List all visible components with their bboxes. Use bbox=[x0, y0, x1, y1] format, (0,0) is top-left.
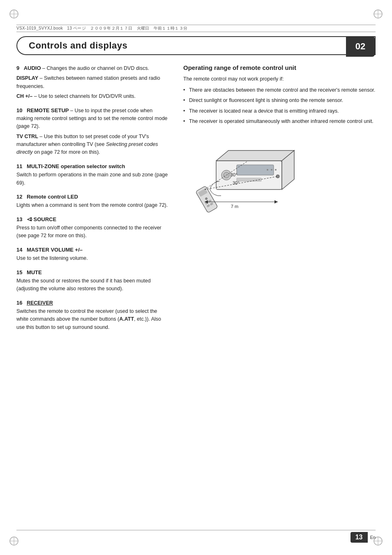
corner-mark-tl bbox=[8, 8, 20, 20]
entry-14-body: Use to set the listening volume. bbox=[16, 254, 168, 262]
header-area: VSX-1019_SVYXJ.book 13 ページ ２００９年２月１７日 火曜… bbox=[16, 25, 376, 32]
svg-marker-13 bbox=[216, 150, 294, 161]
entry-11: 11 MULTI-ZONE operation selector switch … bbox=[16, 162, 168, 187]
entry-15-body: Mutes the sound or restores the sound if… bbox=[16, 277, 168, 293]
entry-10-title: REMOTE SETUP bbox=[27, 107, 69, 113]
entry-15-title: MUTE bbox=[27, 269, 42, 275]
entry-16-header: 16 RECEIVER bbox=[16, 299, 168, 307]
entry-13-body: Press to turn on/off other components co… bbox=[16, 224, 168, 240]
right-column: Operating range of remote control unit T… bbox=[183, 64, 376, 337]
entry-9: 9 AUDIO – Changes the audio or channel o… bbox=[16, 64, 168, 101]
receiver-shape bbox=[216, 150, 294, 190]
entry-10-sub1: TV CTRL – Use this button to set preset … bbox=[16, 133, 168, 157]
page-lang: En bbox=[370, 535, 376, 540]
content-area: 9 AUDIO – Changes the audio or channel o… bbox=[16, 64, 376, 522]
file-info: VSX-1019_SVYXJ.book 13 ページ ２００９年２月１７日 火曜… bbox=[16, 25, 187, 31]
ch-label: CH +/– bbox=[16, 93, 32, 99]
entry-16-num: 16 bbox=[16, 300, 22, 306]
entry-10-header: 10 REMOTE SETUP – Use to input the prese… bbox=[16, 106, 168, 131]
distance-label: 7 m bbox=[231, 204, 238, 209]
svg-point-18 bbox=[275, 169, 277, 171]
entry-13-num: 13 bbox=[16, 216, 22, 222]
entry-12: 12 Remote control LED Lights when a comm… bbox=[16, 193, 168, 210]
entry-16-title: RECEIVER bbox=[27, 300, 53, 306]
entry-11-body: Switch to perform operations in the main… bbox=[16, 171, 168, 187]
tvctr-label: TV CTRL bbox=[16, 134, 38, 139]
angle2-label: 30° bbox=[233, 180, 240, 185]
entry-11-num: 11 bbox=[16, 163, 22, 169]
aatt-label: A.ATT bbox=[119, 316, 134, 322]
bullet-list: There are obstacles between the remote c… bbox=[183, 86, 376, 126]
chapter-bar: Controls and displays 02 bbox=[16, 36, 376, 55]
bullet-4: The receiver is operated simultaneously … bbox=[183, 118, 376, 125]
entry-15: 15 MUTE Mutes the sound or restores the … bbox=[16, 268, 168, 293]
section-intro: The remote control may not work properly… bbox=[183, 75, 376, 83]
chapter-number: 02 bbox=[346, 36, 375, 57]
svg-point-19 bbox=[271, 169, 272, 171]
display-label: DISPLAY bbox=[16, 75, 38, 81]
italic-text: Selecting preset codes directly bbox=[16, 141, 158, 155]
entry-9-sub2: CH +/– – Use to select channels for DVD/… bbox=[16, 92, 168, 100]
two-column-layout: 9 AUDIO – Changes the audio or channel o… bbox=[16, 64, 376, 337]
entry-16: 16 RECEIVER Switches the remote to contr… bbox=[16, 299, 168, 332]
entry-9-num: 9 bbox=[16, 65, 19, 71]
bullet-2: Direct sunlight or fluorescent light is … bbox=[183, 97, 376, 104]
section-heading: Operating range of remote control unit bbox=[183, 64, 376, 72]
diagram-svg: 30° 30° 7 m bbox=[183, 132, 315, 222]
svg-point-20 bbox=[267, 169, 268, 171]
entry-12-num: 12 bbox=[16, 194, 22, 200]
entry-13-header: 13 ⏿ SOURCE bbox=[16, 215, 168, 224]
bottom-border-line bbox=[16, 530, 376, 530]
entry-9-header: 9 AUDIO – Changes the audio or channel o… bbox=[16, 64, 168, 72]
entry-9-title: AUDIO bbox=[24, 65, 41, 71]
page-number-bar: 13 En bbox=[350, 532, 376, 543]
remote-shape bbox=[196, 186, 218, 213]
corner-mark-bl bbox=[8, 535, 20, 547]
angle1-label: 30° bbox=[231, 172, 238, 177]
entry-12-title: Remote control LED bbox=[27, 194, 78, 200]
entry-12-body: Lights when a command is sent from the r… bbox=[16, 201, 168, 209]
entry-14-title: MASTER VOLUME +/– bbox=[27, 247, 83, 253]
entry-11-title: MULTI-ZONE operation selector switch bbox=[27, 163, 125, 169]
entry-15-num: 15 bbox=[16, 269, 22, 275]
entry-13-title: ⏿ SOURCE bbox=[27, 216, 56, 222]
entry-13: 13 ⏿ SOURCE Press to turn on/off other c… bbox=[16, 215, 168, 240]
entry-10: 10 REMOTE SETUP – Use to input the prese… bbox=[16, 106, 168, 157]
entry-11-header: 11 MULTI-ZONE operation selector switch bbox=[16, 162, 168, 171]
entry-10-num: 10 bbox=[16, 107, 22, 113]
entry-14: 14 MASTER VOLUME +/– Use to set the list… bbox=[16, 246, 168, 263]
remote-control-diagram: 30° 30° 7 m bbox=[183, 132, 376, 231]
page-number: 13 bbox=[350, 532, 368, 543]
corner-mark-tr bbox=[372, 8, 384, 20]
bullet-1: There are obstacles between the remote c… bbox=[183, 86, 376, 94]
entry-14-header: 14 MASTER VOLUME +/– bbox=[16, 246, 168, 254]
entry-16-body: Switches the remote to control the recei… bbox=[16, 308, 168, 331]
entry-14-num: 14 bbox=[16, 247, 22, 253]
entry-9-body: – Changes the audio or channel on DVD di… bbox=[42, 65, 149, 71]
left-column: 9 AUDIO – Changes the audio or channel o… bbox=[16, 64, 168, 337]
chapter-title: Controls and displays bbox=[17, 40, 127, 51]
entry-15-header: 15 MUTE bbox=[16, 268, 168, 277]
entry-9-sub1: DISPLAY – Switches between named station… bbox=[16, 74, 168, 90]
svg-marker-34 bbox=[274, 200, 278, 204]
svg-rect-22 bbox=[237, 178, 261, 181]
bullet-3: The receiver is located near a device th… bbox=[183, 107, 376, 115]
entry-12-header: 12 Remote control LED bbox=[16, 193, 168, 201]
